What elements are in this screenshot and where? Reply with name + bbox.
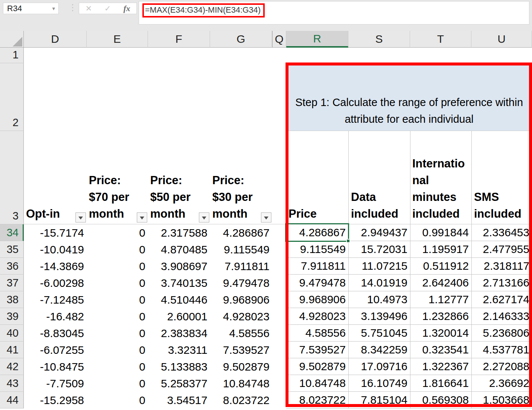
filter-dropdown-icon[interactable] xyxy=(199,212,209,222)
empty-cells[interactable] xyxy=(24,48,532,63)
row-number[interactable]: 38 xyxy=(0,291,24,308)
column-header-s[interactable]: S xyxy=(348,31,410,48)
cell-g[interactable]: 4.286867 xyxy=(210,224,272,241)
cell-r[interactable]: 8.023722 xyxy=(286,392,348,409)
row-number[interactable]: 42 xyxy=(0,358,24,375)
cell-e[interactable]: 0 xyxy=(87,275,148,291)
cell-r[interactable]: 9.479478 xyxy=(286,275,348,291)
cell-r[interactable]: 9.115549 xyxy=(286,241,348,258)
cell-t[interactable]: 1.320014 xyxy=(410,325,471,342)
cell-u[interactable]: 2.713166 xyxy=(471,275,532,291)
cell-g[interactable]: 7.911811 xyxy=(210,258,272,275)
row-header-3[interactable]: 3 xyxy=(0,131,24,224)
cell-f[interactable]: 2.60001 xyxy=(148,308,210,325)
cell-r[interactable]: 4.928023 xyxy=(286,308,348,325)
cell-f[interactable]: 2.383834 xyxy=(148,325,210,342)
cell-s[interactable]: 3.139496 xyxy=(348,308,410,325)
column-header-q[interactable]: Q xyxy=(272,31,286,48)
header-cell-price-30[interactable]: Price: $30 per month xyxy=(210,131,272,224)
cell-t[interactable]: 1.322367 xyxy=(410,358,471,375)
cell-g[interactable]: 9.479478 xyxy=(210,275,272,291)
header-cell-price[interactable]: Price xyxy=(286,131,348,224)
cell-s[interactable]: 11.07215 xyxy=(348,258,410,275)
cell-s[interactable]: 16.10749 xyxy=(348,375,410,392)
cancel-icon[interactable]: ✕ xyxy=(86,4,92,13)
cell-r[interactable]: 7.539527 xyxy=(286,342,348,358)
cell-d[interactable]: -10.8475 xyxy=(24,358,87,375)
cell-r[interactable]: 4.286867 xyxy=(286,224,348,241)
cell-g[interactable]: 8.023722 xyxy=(210,392,272,409)
cell-e[interactable]: 0 xyxy=(87,392,148,409)
column-header-f[interactable]: F xyxy=(148,31,210,48)
cell-g[interactable]: 4.928023 xyxy=(210,308,272,325)
filter-dropdown-icon[interactable] xyxy=(261,212,271,222)
select-all-corner[interactable] xyxy=(0,31,24,48)
cell-s[interactable]: 5.751045 xyxy=(348,325,410,342)
cell-t[interactable]: 0.511912 xyxy=(410,258,471,275)
cell-q[interactable] xyxy=(272,308,286,325)
cell-u[interactable]: 2.336453 xyxy=(471,224,532,241)
name-box-dropdown-icon[interactable]: ▾ xyxy=(52,5,58,12)
header-cell-price-50[interactable]: Price: $50 per month xyxy=(148,131,210,224)
row-number[interactable]: 43 xyxy=(0,375,24,392)
cell-u[interactable]: 2.477955 xyxy=(471,241,532,258)
cell-r[interactable]: 4.58556 xyxy=(286,325,348,342)
header-cell-opt-in[interactable]: Opt-in xyxy=(24,131,87,224)
cell-t[interactable]: 0.323541 xyxy=(410,342,471,358)
header-cell-price-70[interactable]: Price: $70 per month xyxy=(87,131,148,224)
column-header-r-selected[interactable]: R xyxy=(286,31,348,48)
filter-dropdown-icon[interactable] xyxy=(137,212,147,222)
cell-s[interactable]: 17.09716 xyxy=(348,358,410,375)
cell-e[interactable]: 0 xyxy=(87,342,148,358)
cell-u[interactable]: 2.272088 xyxy=(471,358,532,375)
cell-f[interactable]: 2.317588 xyxy=(148,224,210,241)
cell-d[interactable]: -7.7509 xyxy=(24,375,87,392)
cell-s[interactable]: 7.815104 xyxy=(348,392,410,409)
column-header-d[interactable]: D xyxy=(24,31,87,48)
cell-d[interactable]: -6.00298 xyxy=(24,275,87,291)
cell-r[interactable]: 10.84748 xyxy=(286,375,348,392)
header-cell-international-minutes[interactable]: International minutes included xyxy=(410,131,471,224)
cell-f[interactable]: 3.32311 xyxy=(148,342,210,358)
empty-cells[interactable] xyxy=(24,63,286,131)
cell-q[interactable] xyxy=(272,358,286,375)
cell-f[interactable]: 4.510446 xyxy=(148,291,210,308)
cell-q[interactable] xyxy=(272,258,286,275)
cell-e[interactable]: 0 xyxy=(87,358,148,375)
cell-u[interactable]: 2.146333 xyxy=(471,308,532,325)
cell-u[interactable]: 2.627174 xyxy=(471,291,532,308)
fill-handle[interactable] xyxy=(346,239,350,243)
column-header-g[interactable]: G xyxy=(210,31,272,48)
cell-u[interactable]: 2.318117 xyxy=(471,258,532,275)
cell-d[interactable]: -6.07255 xyxy=(24,342,87,358)
insert-function-icon[interactable]: fx xyxy=(123,4,130,13)
cell-s[interactable]: 2.949437 xyxy=(348,224,410,241)
cell-g[interactable]: 4.58556 xyxy=(210,325,272,342)
cell-q[interactable] xyxy=(272,325,286,342)
row-number[interactable]: 41 xyxy=(0,342,24,358)
cell-e[interactable]: 0 xyxy=(87,224,148,241)
cell-e[interactable]: 0 xyxy=(87,325,148,342)
row-number[interactable]: 34 xyxy=(0,224,24,241)
cell-g[interactable]: 7.539527 xyxy=(210,342,272,358)
cell-q[interactable] xyxy=(272,392,286,409)
row-number[interactable]: 44 xyxy=(0,392,24,409)
header-cell-sms-included[interactable]: SMS included xyxy=(471,131,532,224)
cell-e[interactable]: 0 xyxy=(87,291,148,308)
cell-f[interactable]: 3.908697 xyxy=(148,258,210,275)
enter-icon[interactable]: ✓ xyxy=(104,4,111,13)
cell-t[interactable]: 1.12777 xyxy=(410,291,471,308)
empty-cell-q[interactable] xyxy=(272,131,286,224)
cell-q[interactable] xyxy=(272,342,286,358)
cell-d[interactable]: -7.12485 xyxy=(24,291,87,308)
cell-u[interactable]: 1.503668 xyxy=(471,392,532,409)
column-header-e[interactable]: E xyxy=(87,31,148,48)
cell-q[interactable] xyxy=(272,224,286,241)
cell-f[interactable]: 3.740135 xyxy=(148,275,210,291)
cell-q[interactable] xyxy=(272,375,286,392)
row-number[interactable]: 40 xyxy=(0,325,24,342)
cell-d[interactable]: -14.3869 xyxy=(24,258,87,275)
cell-g[interactable]: 9.968906 xyxy=(210,291,272,308)
cell-d[interactable]: -8.83045 xyxy=(24,325,87,342)
cell-u[interactable]: 5.236806 xyxy=(471,325,532,342)
